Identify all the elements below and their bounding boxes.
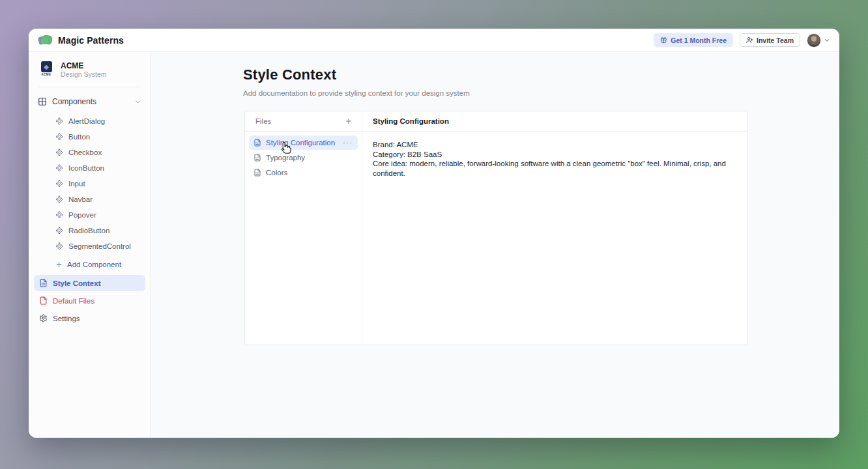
style-context-panel: Files Styling Configuration Styling Conf… — [244, 111, 748, 345]
default-files-label: Default Files — [53, 297, 94, 305]
add-component-button[interactable]: Add Component — [29, 255, 151, 274]
sidebar-component-item[interactable]: Navbar — [29, 192, 151, 207]
workspace-subtitle: Design System — [61, 70, 107, 79]
main-content: Style Context Add documentation to provi… — [151, 52, 839, 438]
component-icon — [55, 164, 63, 172]
gift-icon — [660, 36, 667, 44]
component-icon — [55, 149, 63, 156]
component-icon — [55, 117, 63, 125]
sidebar: ◆ ACME ACME Design System Components — [29, 52, 151, 438]
component-item-label: IconButton — [68, 164, 104, 172]
chevron-down-icon — [824, 37, 830, 44]
file-item-label: Typography — [266, 154, 353, 162]
get-month-free-button[interactable]: Get 1 Month Free — [654, 33, 733, 47]
component-item-label: Input — [68, 180, 85, 188]
magic-patterns-logo-icon — [38, 33, 53, 48]
doc-line-category: Category: B2B SaaS — [373, 150, 737, 160]
doc-line-core-idea: Core idea: modern, reliable, forward-loo… — [373, 159, 737, 178]
add-component-label: Add Component — [67, 261, 121, 268]
promo-button-label: Get 1 Month Free — [671, 36, 727, 44]
file-item-typography[interactable]: Typography — [249, 150, 358, 165]
component-icon — [55, 227, 63, 234]
sidebar-item-default-files[interactable]: Default Files — [34, 292, 145, 309]
component-item-label: Popover — [68, 211, 96, 219]
file-text-icon — [253, 169, 261, 177]
workspace-switcher[interactable]: ◆ ACME ACME Design System — [29, 57, 151, 84]
page-subtitle: Add documentation to provide styling con… — [243, 89, 470, 97]
file-text-icon — [253, 139, 261, 147]
sidebar-item-settings[interactable]: Settings — [34, 310, 145, 326]
component-item-label: Button — [68, 133, 90, 141]
content-header-label: Styling Configuration — [373, 117, 449, 125]
settings-label: Settings — [53, 315, 80, 322]
file-item-label: Colors — [266, 169, 353, 177]
account-menu[interactable] — [807, 33, 830, 48]
sidebar-component-item[interactable]: IconButton — [29, 160, 151, 176]
app-window: Magic Patterns Get 1 Month Free Invite T… — [29, 29, 839, 438]
brand-name: Magic Patterns — [58, 35, 124, 46]
grid-icon — [38, 97, 47, 106]
component-icon — [55, 180, 63, 188]
file-item-label: Styling Configuration — [266, 139, 338, 147]
file-content-view[interactable]: Brand: ACME Category: B2B SaaS Core idea… — [362, 132, 747, 345]
doc-line-brand: Brand: ACME — [373, 140, 737, 150]
sidebar-component-item[interactable]: Input — [29, 176, 151, 192]
chevron-down-icon — [134, 98, 141, 106]
file-icon — [39, 296, 48, 305]
component-icon — [55, 195, 63, 203]
invite-button-label: Invite Team — [757, 36, 794, 44]
plus-icon — [345, 117, 353, 125]
file-text-icon — [253, 154, 261, 162]
files-header-label: Files — [255, 117, 271, 125]
acme-logo-icon: ◆ ACME — [38, 61, 55, 76]
component-icon — [55, 211, 63, 219]
page-title: Style Context — [243, 66, 336, 83]
component-item-label: RadioButton — [68, 227, 109, 234]
components-section-label: Components — [52, 97, 129, 106]
gear-icon — [39, 314, 48, 322]
sidebar-component-item[interactable]: Popover — [29, 207, 151, 223]
component-item-label: SegmentedControl — [68, 242, 131, 250]
component-icon — [55, 133, 63, 141]
user-avatar — [807, 33, 821, 48]
components-section-toggle[interactable]: Components — [29, 94, 151, 109]
add-file-button[interactable] — [343, 116, 354, 126]
file-text-icon — [39, 279, 48, 287]
files-list: Styling Configuration ··· Typography C — [245, 132, 362, 345]
sidebar-component-item[interactable]: RadioButton — [29, 223, 151, 238]
invite-team-button[interactable]: Invite Team — [740, 33, 800, 47]
sidebar-component-item[interactable]: SegmentedControl — [29, 238, 151, 254]
file-item-styling-configuration[interactable]: Styling Configuration ··· — [249, 135, 358, 150]
brand-logo[interactable]: Magic Patterns — [38, 33, 124, 48]
user-plus-icon — [746, 36, 753, 44]
style-context-label: Style Context — [53, 279, 101, 287]
file-more-button[interactable]: ··· — [342, 140, 353, 145]
components-list: AlertDialog Button Checkbox — [29, 109, 151, 255]
plus-icon — [55, 261, 63, 268]
workspace-name: ACME — [61, 61, 107, 70]
component-item-label: AlertDialog — [68, 117, 105, 125]
sidebar-component-item[interactable]: Button — [29, 129, 151, 145]
component-item-label: Checkbox — [68, 149, 102, 156]
file-item-colors[interactable]: Colors — [249, 165, 358, 180]
top-header-bar: Magic Patterns Get 1 Month Free Invite T… — [29, 29, 839, 52]
sidebar-component-item[interactable]: Checkbox — [29, 145, 151, 160]
component-icon — [55, 242, 63, 250]
panel-header: Files Styling Configuration — [245, 111, 747, 132]
sidebar-item-style-context[interactable]: Style Context — [34, 275, 145, 291]
component-item-label: Navbar — [68, 195, 93, 203]
sidebar-component-item[interactable]: AlertDialog — [29, 113, 151, 129]
sidebar-divider — [38, 87, 141, 87]
